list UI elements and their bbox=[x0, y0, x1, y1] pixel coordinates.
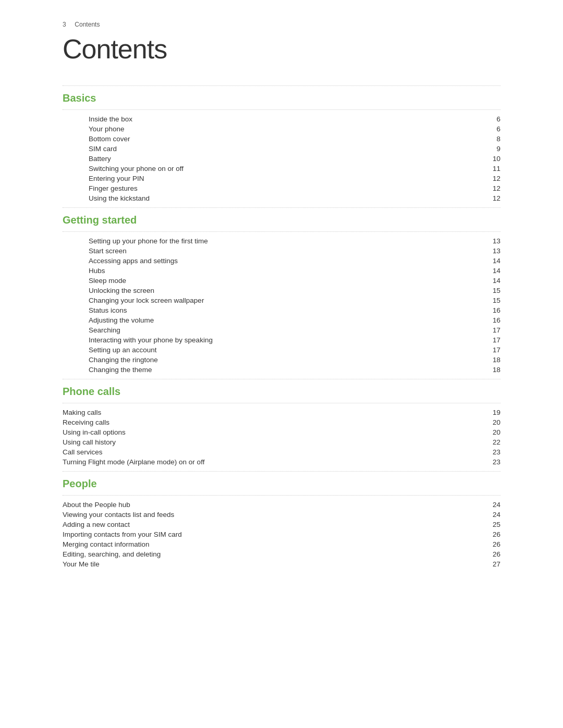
entry-page: 24 bbox=[485, 511, 500, 519]
entry-label: Changing your lock screen wallpaper bbox=[89, 297, 204, 304]
entry-label: Your phone bbox=[89, 125, 125, 133]
entry-label: Call services bbox=[63, 448, 103, 456]
entry-label: Battery bbox=[89, 155, 111, 163]
entry-page: 6 bbox=[485, 115, 500, 123]
entry-label: Inside the box bbox=[89, 115, 132, 123]
toc-entry: Using the kickstand12 bbox=[89, 193, 500, 203]
entry-label: Adding a new contact bbox=[63, 521, 130, 528]
toc-entry: Hubs14 bbox=[89, 266, 500, 276]
entry-label: Setting up an account bbox=[89, 346, 157, 354]
entry-page: 16 bbox=[485, 316, 500, 324]
toc-entry: Making calls19 bbox=[63, 408, 500, 417]
entry-page: 6 bbox=[485, 125, 500, 133]
entry-page: 20 bbox=[485, 418, 500, 426]
toc-entry: Searching17 bbox=[89, 325, 500, 335]
entry-label: Importing contacts from your SIM card bbox=[63, 530, 182, 538]
entry-label: Searching bbox=[89, 326, 120, 334]
toc-entry: Receiving calls20 bbox=[63, 417, 500, 427]
toc-entry: Adding a new contact25 bbox=[63, 520, 500, 529]
entry-label: Unlocking the screen bbox=[89, 287, 154, 294]
toc-entry: SIM card9 bbox=[89, 144, 500, 154]
toc-entry: Changing the ringtone18 bbox=[89, 355, 500, 365]
entry-page: 14 bbox=[485, 267, 500, 275]
section-basics: BasicsInside the box6Your phone6Bottom c… bbox=[63, 85, 500, 203]
toc-entry: Changing the theme18 bbox=[89, 365, 500, 375]
section-getting-started: Getting startedSetting up your phone for… bbox=[63, 207, 500, 375]
entry-page: 12 bbox=[485, 184, 500, 192]
entry-label: Accessing apps and settings bbox=[89, 257, 178, 265]
toc-entry: Start screen13 bbox=[89, 246, 500, 256]
entry-page: 17 bbox=[485, 346, 500, 354]
entry-label: Turning Flight mode (Airplane mode) on o… bbox=[63, 458, 204, 466]
toc-container: BasicsInside the box6Your phone6Bottom c… bbox=[63, 85, 500, 569]
section-people: PeopleAbout the People hub24Viewing your… bbox=[63, 471, 500, 569]
toc-entry: Unlocking the screen15 bbox=[89, 286, 500, 295]
entry-page: 16 bbox=[485, 306, 500, 314]
entry-page: 23 bbox=[485, 458, 500, 466]
entry-label: Bottom cover bbox=[89, 135, 130, 143]
entry-label: Finger gestures bbox=[89, 184, 138, 192]
toc-entry: Adjusting the volume16 bbox=[89, 315, 500, 325]
toc-entry: Editing, searching, and deleting26 bbox=[63, 549, 500, 559]
page: 3 Contents Contents BasicsInside the box… bbox=[0, 0, 563, 604]
page-label: Contents bbox=[75, 21, 100, 28]
entry-label: Setting up your phone for the first time bbox=[89, 237, 208, 245]
entry-page: 10 bbox=[485, 155, 500, 163]
entries-basics: Inside the box6Your phone6Bottom cover8S… bbox=[63, 114, 500, 203]
toc-entry: Importing contacts from your SIM card26 bbox=[63, 529, 500, 539]
entry-page: 18 bbox=[485, 356, 500, 364]
page-title: Contents bbox=[63, 33, 500, 65]
entry-page: 27 bbox=[485, 560, 500, 568]
entry-page: 12 bbox=[485, 194, 500, 202]
entry-label: Using the kickstand bbox=[89, 194, 150, 202]
entry-page: 17 bbox=[485, 336, 500, 344]
entry-label: Using call history bbox=[63, 438, 116, 446]
section-title-basics: Basics bbox=[63, 92, 500, 104]
entry-label: Interacting with your phone by speaking bbox=[89, 336, 213, 344]
entries-getting-started: Setting up your phone for the first time… bbox=[63, 236, 500, 375]
entry-label: About the People hub bbox=[63, 501, 130, 509]
entry-page: 23 bbox=[485, 448, 500, 456]
toc-entry: Switching your phone on or off11 bbox=[89, 164, 500, 174]
entry-label: Status icons bbox=[89, 306, 127, 314]
entry-label: Changing the theme bbox=[89, 366, 152, 374]
entry-label: Using in-call options bbox=[63, 428, 126, 436]
entry-page: 8 bbox=[485, 135, 500, 143]
entry-label: Hubs bbox=[89, 267, 105, 275]
entry-page: 26 bbox=[485, 550, 500, 558]
entry-page: 26 bbox=[485, 530, 500, 538]
toc-entry: Viewing your contacts list and feeds24 bbox=[63, 510, 500, 520]
entry-page: 18 bbox=[485, 366, 500, 374]
entries-people: About the People hub24Viewing your conta… bbox=[63, 500, 500, 569]
entry-label: Your Me tile bbox=[63, 560, 100, 568]
toc-entry: Your Me tile27 bbox=[63, 559, 500, 569]
toc-entry: Call services23 bbox=[63, 447, 500, 457]
entry-page: 15 bbox=[485, 297, 500, 304]
toc-entry: Sleep mode14 bbox=[89, 276, 500, 286]
toc-entry: Turning Flight mode (Airplane mode) on o… bbox=[63, 457, 500, 467]
toc-entry: Bottom cover8 bbox=[89, 134, 500, 144]
entry-label: Sleep mode bbox=[89, 277, 126, 285]
toc-entry: Setting up an account17 bbox=[89, 345, 500, 355]
entry-page: 14 bbox=[485, 257, 500, 265]
toc-entry: Status icons16 bbox=[89, 305, 500, 315]
entry-page: 17 bbox=[485, 326, 500, 334]
entry-label: Merging contact information bbox=[63, 540, 150, 548]
page-number: 3 bbox=[63, 21, 66, 28]
entry-label: Adjusting the volume bbox=[89, 316, 154, 324]
toc-entry: Battery10 bbox=[89, 154, 500, 164]
entry-page: 19 bbox=[485, 409, 500, 416]
toc-entry: About the People hub24 bbox=[63, 500, 500, 510]
entry-page: 15 bbox=[485, 287, 500, 294]
entry-page: 22 bbox=[485, 438, 500, 446]
entry-page: 13 bbox=[485, 247, 500, 255]
toc-entry: Interacting with your phone by speaking1… bbox=[89, 335, 500, 345]
toc-entry: Setting up your phone for the first time… bbox=[89, 236, 500, 246]
entries-phone-calls: Making calls19Receiving calls20Using in-… bbox=[63, 408, 500, 467]
toc-entry: Entering your PIN12 bbox=[89, 174, 500, 183]
section-title-people: People bbox=[63, 478, 500, 490]
entry-label: Start screen bbox=[89, 247, 127, 255]
toc-entry: Using in-call options20 bbox=[63, 427, 500, 437]
entry-page: 26 bbox=[485, 540, 500, 548]
entry-label: Entering your PIN bbox=[89, 175, 144, 182]
